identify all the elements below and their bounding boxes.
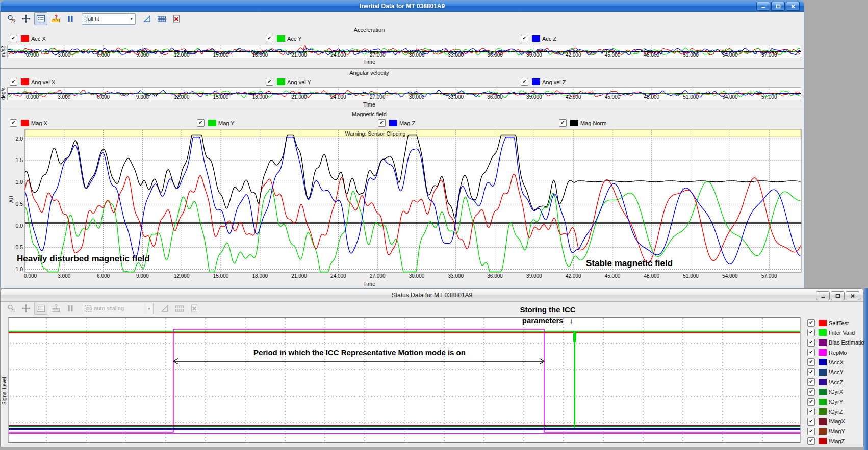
clear-data-icon[interactable] bbox=[170, 12, 183, 25]
x-tick-label: 18.000 bbox=[252, 52, 268, 58]
legend-label: !AccX bbox=[829, 359, 844, 365]
rescale-axes-icon[interactable] bbox=[155, 12, 168, 25]
legend-checkbox[interactable]: ✔ bbox=[807, 319, 815, 327]
sensor-clipping-warning: Warning: Sensor Clipping bbox=[345, 130, 406, 137]
angle-measure-icon bbox=[158, 302, 171, 315]
x-tick-label: 15.000 bbox=[213, 94, 229, 100]
legend-checkbox[interactable]: ✔ bbox=[807, 408, 815, 415]
close-button[interactable] bbox=[846, 291, 859, 300]
legend-checkbox[interactable]: ✔ bbox=[807, 437, 815, 445]
magnetic-field-xlabel: Time bbox=[1, 281, 738, 287]
legend-checkbox[interactable]: ✔ bbox=[378, 119, 386, 127]
legend-item-accy: ✔!AccY bbox=[807, 368, 844, 377]
legend-item-selftest: ✔SelfTest bbox=[807, 319, 849, 327]
maximize-button[interactable] bbox=[831, 291, 845, 300]
legend-checkbox[interactable]: ✔ bbox=[807, 368, 815, 376]
minimize-button[interactable] bbox=[756, 2, 770, 11]
x-tick-label: 48.000 bbox=[644, 94, 660, 100]
legend-checkbox[interactable]: ✔ bbox=[807, 329, 815, 336]
legend-checkbox[interactable]: ✔ bbox=[266, 78, 273, 86]
storing-line2: parameters bbox=[522, 316, 564, 325]
legend-color-swatch bbox=[819, 399, 827, 405]
legend-item-gyrx: ✔!GyrX bbox=[807, 388, 843, 396]
x-tick-label: 27.000 bbox=[370, 94, 386, 100]
legend-checkbox[interactable]: ✔ bbox=[521, 35, 528, 42]
x-tick-label: 45.000 bbox=[600, 273, 625, 279]
legend-label: !AccY bbox=[829, 369, 844, 375]
legend-checkbox[interactable]: ✔ bbox=[266, 35, 273, 42]
x-tick-label: 21.000 bbox=[291, 94, 307, 100]
x-tick-label: 33.000 bbox=[443, 273, 469, 279]
legend-label: SelfTest bbox=[829, 320, 849, 326]
legend-checkbox[interactable]: ✔ bbox=[10, 78, 17, 86]
full-fit-icon bbox=[84, 15, 92, 23]
legend-color-swatch bbox=[389, 120, 397, 126]
svg-text:?: ? bbox=[55, 14, 58, 20]
legend-item-ang-vel-z: ✔Ang vel Z bbox=[521, 77, 566, 86]
x-tick-label: 15.000 bbox=[208, 273, 234, 279]
x-tick-label: 9.000 bbox=[130, 273, 155, 279]
x-tick-label: 3.000 bbox=[58, 52, 70, 58]
mdi-scrollbar[interactable] bbox=[864, 288, 868, 450]
legend-checkbox[interactable]: ✔ bbox=[807, 398, 815, 406]
acceleration-ylabel: m/s2 bbox=[1, 44, 6, 59]
magnetic-field-plot[interactable]: Warning: Sensor Clipping2.01.51.00.50.0-… bbox=[1, 129, 805, 273]
acceleration-plot[interactable]: 0.0003.0006.0009.00012.00015.00018.00021… bbox=[7, 45, 801, 58]
magnetic-field-legend: ✔Mag X✔Mag Y✔Mag Z✔Mag Norm bbox=[1, 119, 801, 127]
x-tick-label: 9.000 bbox=[136, 94, 149, 100]
legend-item-ang-vel-y: ✔Ang vel Y bbox=[266, 77, 311, 86]
legend-checkbox[interactable]: ✔ bbox=[807, 378, 815, 386]
no-auto-scaling-icon bbox=[84, 305, 92, 312]
pan-tool-icon[interactable] bbox=[19, 12, 33, 25]
legend-checkbox[interactable]: ✔ bbox=[10, 35, 17, 42]
scale-mode-select[interactable]: full fit ▼ bbox=[82, 13, 136, 25]
clear-data-icon bbox=[188, 302, 201, 315]
legend-item-filter-valid: ✔Filter Valid bbox=[807, 328, 855, 337]
sensor-clipping-band bbox=[25, 130, 801, 137]
legend-checkbox[interactable]: ✔ bbox=[559, 119, 567, 127]
panel-title-magnetic-field: Magnetic field bbox=[1, 111, 738, 117]
legend-item-acc-x: ✔Acc X bbox=[10, 34, 46, 43]
legend-checkbox[interactable]: ✔ bbox=[807, 388, 815, 396]
angular-velocity-plot[interactable]: 0.0003.0006.0009.00012.00015.00018.00021… bbox=[7, 87, 801, 100]
status-plot[interactable] bbox=[1, 317, 805, 445]
x-tick-label: 21.000 bbox=[291, 52, 307, 58]
y-tick-label: 0.0 bbox=[15, 223, 23, 229]
close-button[interactable] bbox=[786, 2, 800, 11]
legend-checkbox[interactable]: ✔ bbox=[807, 349, 815, 356]
panel-title-acceleration: Acceleration bbox=[1, 27, 738, 33]
angular-velocity-ylabel: deg/s bbox=[1, 87, 6, 101]
measure-tool-icon[interactable]: ? bbox=[49, 12, 62, 25]
pause-updates-icon[interactable] bbox=[64, 12, 77, 25]
zoom-tool-icon[interactable] bbox=[5, 12, 18, 25]
y-tick-label: -1.0 bbox=[14, 266, 23, 272]
legend-checkbox[interactable]: ✔ bbox=[197, 119, 205, 127]
legend-color-swatch bbox=[819, 339, 827, 346]
x-tick-label: 30.000 bbox=[409, 52, 425, 58]
minimize-button[interactable] bbox=[816, 291, 830, 300]
status-titlebar[interactable]: Status Data for MT 038801A9 bbox=[1, 289, 863, 302]
storing-line1: Storing the ICC bbox=[520, 305, 575, 314]
legend-toggle-icon[interactable] bbox=[34, 12, 47, 25]
desktop: Inertial Data for MT 038801A9 ? full fit… bbox=[0, 0, 868, 450]
legend-toggle-icon bbox=[34, 302, 47, 315]
legend-item-ang-vel-x: ✔Ang vel X bbox=[10, 77, 55, 86]
x-tick-label: 12.000 bbox=[169, 273, 194, 279]
legend-checkbox[interactable]: ✔ bbox=[807, 339, 815, 347]
legend-checkbox[interactable]: ✔ bbox=[807, 428, 815, 435]
inertial-titlebar[interactable]: Inertial Data for MT 038801A9 bbox=[1, 1, 804, 12]
legend-checkbox[interactable]: ✔ bbox=[807, 358, 815, 366]
angle-measure-icon[interactable] bbox=[140, 12, 154, 25]
legend-checkbox[interactable]: ✔ bbox=[521, 78, 528, 86]
maximize-button[interactable] bbox=[771, 2, 785, 11]
legend-label: !AccZ bbox=[829, 379, 843, 385]
window-title: Status Data for MT 038801A9 bbox=[392, 292, 473, 299]
legend-checkbox[interactable]: ✔ bbox=[10, 119, 17, 127]
x-tick-label: 54.000 bbox=[722, 94, 738, 100]
legend-checkbox[interactable]: ✔ bbox=[807, 418, 815, 426]
window-controls bbox=[755, 2, 800, 11]
x-tick-label: 18.000 bbox=[252, 94, 268, 100]
x-tick-label: 51.000 bbox=[678, 273, 704, 279]
x-tick-label: 6.000 bbox=[97, 94, 110, 100]
legend-color-swatch bbox=[819, 389, 827, 395]
